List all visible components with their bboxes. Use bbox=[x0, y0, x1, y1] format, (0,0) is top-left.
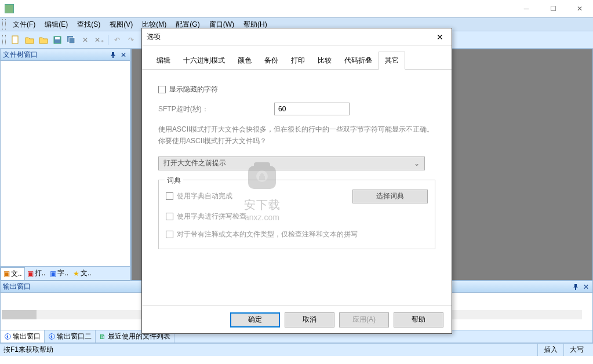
ascii-description: 使用ASCII模式打开大文件会快很多，但在很长的行中的一些双字节字符可能显示不正… bbox=[158, 123, 435, 147]
pin-icon[interactable] bbox=[109, 51, 117, 59]
output-title: 输出窗口 bbox=[3, 282, 31, 292]
open-folder2-icon[interactable] bbox=[37, 34, 50, 46]
dropdown-value: 打开大文件之前提示 bbox=[163, 158, 226, 168]
label-dict-spellcheck: 使用字典进行拼写检查 bbox=[177, 212, 246, 221]
menubar-grip[interactable] bbox=[2, 19, 6, 30]
save-icon[interactable] bbox=[51, 34, 64, 46]
save-all-icon[interactable] bbox=[65, 34, 78, 46]
menu-edit[interactable]: 编辑(E) bbox=[40, 19, 72, 31]
tab-codefold[interactable]: 代码折叠 bbox=[338, 52, 379, 70]
output-tab-1[interactable]: 🛈输出窗口 bbox=[1, 330, 45, 343]
output-close-icon[interactable]: ✕ bbox=[582, 283, 590, 291]
undo-icon[interactable]: ↶ bbox=[111, 34, 123, 46]
tab-hex[interactable]: 十六进制模式 bbox=[177, 52, 231, 70]
tab-edit[interactable]: 编辑 bbox=[150, 52, 177, 70]
sidebar-tab-chars[interactable]: ▣字.. bbox=[48, 267, 71, 279]
window-titlebar: ─ ☐ ✕ bbox=[0, 0, 593, 17]
tab-backup[interactable]: 备份 bbox=[258, 52, 285, 70]
options-dialog: 选项 ✕ 编辑 十六进制模式 颜色 备份 打印 比较 代码折叠 其它 显示隐藏的… bbox=[141, 28, 452, 334]
checkbox-dict-autocomplete[interactable] bbox=[166, 192, 173, 200]
cancel-button[interactable]: 取消 bbox=[285, 312, 334, 327]
status-caps: 大写 bbox=[563, 344, 590, 356]
dialog-close-icon[interactable]: ✕ bbox=[433, 30, 447, 44]
file-tree-title: 文件树窗口 bbox=[3, 50, 38, 60]
dialog-titlebar: 选项 ✕ bbox=[142, 28, 452, 46]
open-folder-icon[interactable] bbox=[23, 34, 36, 46]
output-pin-icon[interactable] bbox=[572, 283, 580, 291]
tab-print[interactable]: 打印 bbox=[285, 52, 311, 70]
label-show-hidden: 显示隐藏的字符 bbox=[169, 85, 218, 94]
sidebar-tab-fav[interactable]: ★文.. bbox=[71, 267, 94, 279]
checkbox-comments-only[interactable] bbox=[166, 231, 173, 238]
apply-button[interactable]: 应用(A) bbox=[339, 312, 389, 327]
toolbar-grip[interactable] bbox=[2, 35, 6, 45]
help-button[interactable]: 帮助 bbox=[394, 312, 443, 327]
file-tree-panel-header: 文件树窗口 ✕ bbox=[0, 49, 130, 61]
status-insert: 插入 bbox=[537, 344, 563, 356]
output-scroll-thumb[interactable] bbox=[2, 310, 37, 319]
menu-file[interactable]: 文件(F) bbox=[8, 19, 40, 31]
file-tree-body bbox=[0, 61, 130, 267]
menu-view[interactable]: 视图(V) bbox=[105, 19, 137, 31]
sidebar-tabs: ▣文.. ▣打.. ▣字.. ★文.. bbox=[0, 267, 130, 281]
chevron-down-icon: ⌄ bbox=[414, 159, 420, 168]
checkbox-dict-spellcheck[interactable] bbox=[166, 213, 173, 220]
svg-rect-2 bbox=[55, 37, 60, 39]
label-sftp-timeout: SFTP超时(秒)： bbox=[158, 104, 274, 114]
close-button[interactable]: ✕ bbox=[566, 0, 593, 17]
app-icon bbox=[5, 4, 14, 13]
label-dict-autocomplete: 使用字典自动完成 bbox=[177, 191, 232, 201]
dialog-tabs: 编辑 十六进制模式 颜色 备份 打印 比较 代码折叠 其它 bbox=[142, 52, 452, 70]
delete-all-icon[interactable]: ✕₊ bbox=[93, 34, 105, 46]
sidebar-tab-file[interactable]: ▣文.. bbox=[1, 267, 25, 280]
svg-rect-4 bbox=[69, 38, 75, 43]
menu-find[interactable]: 查找(S) bbox=[72, 19, 105, 31]
large-file-dropdown[interactable]: 打开大文件之前提示 ⌄ bbox=[158, 156, 425, 170]
select-dict-button[interactable]: 选择词典 bbox=[352, 190, 428, 203]
minimize-button[interactable]: ─ bbox=[513, 0, 540, 17]
dialog-content: 显示隐藏的字符 SFTP超时(秒)： 使用ASCII模式打开大文件会快很多，但在… bbox=[142, 70, 452, 305]
statusbar: 按F1来获取帮助 插入 大写 bbox=[0, 343, 593, 356]
ok-button[interactable]: 确定 bbox=[230, 312, 280, 327]
dictionary-legend: 词典 bbox=[165, 176, 183, 185]
sidebar-tab-open[interactable]: ▣打.. bbox=[25, 267, 48, 279]
delete-icon[interactable]: ✕ bbox=[79, 34, 92, 46]
tab-other[interactable]: 其它 bbox=[379, 52, 405, 70]
checkbox-show-hidden[interactable] bbox=[158, 86, 166, 93]
status-help-text: 按F1来获取帮助 bbox=[3, 345, 53, 355]
tab-color[interactable]: 颜色 bbox=[231, 52, 258, 70]
dialog-buttons: 确定 取消 应用(A) 帮助 bbox=[142, 305, 452, 333]
redo-icon[interactable]: ↷ bbox=[125, 34, 137, 46]
label-comments-only: 对于带有注释或文本的文件类型，仅检查注释和文本的拼写 bbox=[177, 230, 358, 239]
dialog-title-text: 选项 bbox=[147, 32, 161, 42]
panel-close-icon[interactable]: ✕ bbox=[119, 51, 128, 59]
new-file-icon[interactable] bbox=[9, 34, 22, 46]
output-tab-2[interactable]: 🛈输出窗口二 bbox=[45, 330, 96, 343]
tab-compare[interactable]: 比较 bbox=[311, 52, 338, 70]
svg-rect-0 bbox=[12, 36, 18, 43]
maximize-button[interactable]: ☐ bbox=[540, 0, 566, 17]
dictionary-fieldset: 词典 使用字典自动完成 选择词典 使用字典进行拼写检查 对于带有注释或文本的文件… bbox=[158, 180, 435, 249]
input-sftp-timeout[interactable] bbox=[274, 103, 350, 115]
